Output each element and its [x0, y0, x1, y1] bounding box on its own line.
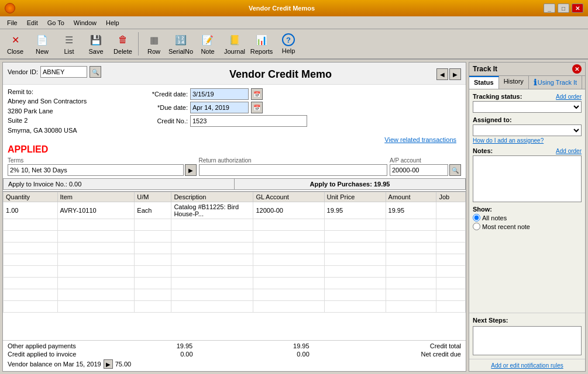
- menu-bar: File Edit Go To Window Help: [0, 16, 588, 29]
- trackit-header: Track It ✕: [469, 63, 585, 76]
- remit-address: Abney and Son Contractors 3280 Park Lane…: [8, 96, 136, 135]
- terms-input[interactable]: [8, 164, 184, 176]
- show-most-recent-radio[interactable]: [473, 223, 480, 230]
- return-auth-input[interactable]: [199, 164, 388, 176]
- tab-history[interactable]: History: [499, 76, 529, 89]
- menu-file[interactable]: File: [2, 18, 22, 27]
- remit-to-label: Remit to:: [8, 88, 136, 95]
- vendor-header: Vendor ID: 🔍 Vendor Credit Memo ◀ ▶: [3, 63, 466, 85]
- table-row[interactable]: 1.00 AVRY-10110 Each Catalog #B11225: Bi…: [4, 202, 466, 219]
- menu-goto[interactable]: Go To: [43, 18, 69, 27]
- ap-account-input[interactable]: [390, 164, 448, 176]
- cell-description: Catalog #B11225: Bird House-P...: [171, 202, 253, 219]
- window-controls: _ □ ✕: [544, 4, 583, 13]
- table-row-empty[interactable]: [4, 289, 466, 301]
- new-button[interactable]: 📄 New: [29, 30, 55, 57]
- menu-help[interactable]: Help: [101, 18, 124, 27]
- return-auth-header: Return authorization: [199, 157, 388, 164]
- nav-buttons: ◀ ▶: [436, 66, 461, 80]
- memo-title: Vendor Credit Memo: [129, 66, 432, 81]
- notes-row: Notes: Add order: [473, 147, 582, 202]
- net-credit-value: 0.00: [274, 351, 310, 358]
- help-button[interactable]: ? Help: [276, 30, 301, 57]
- close-button[interactable]: ✕ Close: [2, 30, 28, 57]
- title-bar: Vendor Credit Memos _ □ ✕: [0, 0, 588, 16]
- menu-edit[interactable]: Edit: [22, 18, 43, 27]
- return-auth-section: Return authorization: [199, 157, 388, 176]
- add-note-link[interactable]: Add order: [556, 148, 582, 154]
- trackit-panel: Track It ✕ Status History ℹ Using Track …: [469, 62, 586, 372]
- close-trackit-button[interactable]: ✕: [572, 64, 582, 74]
- table-row-empty[interactable]: [4, 278, 466, 289]
- assigned-to-label: Assigned to:: [473, 116, 512, 123]
- col-quantity: Quantity: [4, 192, 58, 202]
- assigned-to-select[interactable]: [473, 124, 582, 136]
- credit-no-input[interactable]: [190, 115, 307, 127]
- terms-input-row: ▶: [8, 164, 197, 176]
- vendor-balance-row: Vendor balance on Mar 15, 2019 ▶ 75.00: [8, 358, 461, 370]
- due-date-calendar-button[interactable]: 📅: [251, 102, 263, 113]
- due-date-input[interactable]: [190, 102, 249, 113]
- table-row-empty[interactable]: [4, 219, 466, 231]
- col-description: Description: [171, 192, 253, 202]
- credit-date-input[interactable]: [190, 88, 249, 100]
- minimize-button[interactable]: _: [544, 4, 555, 13]
- show-row: Show: All notes Most recent note: [473, 206, 582, 230]
- table-row-empty[interactable]: [4, 231, 466, 243]
- note-button[interactable]: 📝 Note: [195, 30, 221, 57]
- due-date-label: *Due date:: [141, 104, 188, 111]
- notes-label: Notes:: [473, 147, 493, 154]
- notes-textarea[interactable]: [473, 155, 582, 202]
- next-steps-textarea[interactable]: [473, 326, 582, 355]
- save-button[interactable]: 💾 Save: [83, 30, 109, 57]
- due-date-row: *Due date: 📅: [141, 102, 461, 113]
- terms-section: Terms ▶: [8, 157, 197, 176]
- cell-gl-account: 12000-00: [253, 202, 324, 219]
- delete-button[interactable]: 🗑 Delete: [110, 30, 136, 57]
- cell-job: [436, 202, 466, 219]
- journal-button[interactable]: 📒 Journal: [222, 30, 247, 57]
- show-label: Show:: [473, 206, 582, 213]
- close-window-button[interactable]: ✕: [572, 4, 583, 13]
- table-row-empty[interactable]: [4, 243, 466, 254]
- menu-window[interactable]: Window: [69, 18, 101, 27]
- view-related-link[interactable]: View related transactions: [384, 136, 456, 143]
- note-icon: 📝: [201, 33, 215, 47]
- next-record-button[interactable]: ▶: [449, 68, 461, 80]
- window-title: Vendor Credit Memos: [20, 5, 544, 12]
- add-notification-link[interactable]: Add or edit notification rules: [491, 362, 563, 369]
- terms-lookup-button[interactable]: ▶: [185, 164, 197, 176]
- applied-status: APPLIED: [8, 144, 461, 155]
- reports-button[interactable]: 📊 Reports: [249, 30, 274, 57]
- credit-date-label: *Credit date:: [141, 91, 188, 98]
- tracking-status-row: Tracking status: Add order: [473, 93, 582, 113]
- show-all-notes-radio[interactable]: [473, 214, 480, 221]
- credit-applied-label: Credit applied to invoice: [8, 351, 76, 358]
- apply-invoice-label: Apply to Invoice No.: 0.00: [4, 179, 235, 189]
- add-assignee-link[interactable]: How do I add an assignee?: [473, 137, 582, 144]
- list-button[interactable]: ☰ List: [56, 30, 82, 57]
- vendor-id-lookup-button[interactable]: 🔍: [90, 66, 101, 78]
- serialno-button[interactable]: 🔢 SerialNo: [168, 30, 194, 57]
- app-icon: [5, 3, 15, 13]
- footer-section: Other applied payments 19.95 19.95 Credi…: [3, 340, 466, 371]
- vendor-balance-value: 75.00: [115, 361, 132, 368]
- apply-purchases-label: Apply to Purchases: 19.95: [235, 179, 465, 189]
- credit-date-calendar-button[interactable]: 📅: [251, 88, 263, 100]
- view-related-row: View related transactions: [8, 136, 461, 143]
- restore-button[interactable]: □: [558, 4, 569, 13]
- add-order-link[interactable]: Add order: [556, 94, 582, 100]
- tracking-status-select[interactable]: [473, 101, 582, 113]
- row-button[interactable]: ▦ Row: [141, 30, 167, 57]
- vendor-id-input[interactable]: [40, 66, 87, 78]
- tab-status[interactable]: Status: [469, 76, 499, 89]
- balance-nav-button[interactable]: ▶: [104, 359, 113, 369]
- table-row-empty[interactable]: [4, 254, 466, 266]
- table-row-empty[interactable]: [4, 266, 466, 278]
- tab-using-trackit[interactable]: ℹ Using Track It: [529, 76, 582, 89]
- vendor-balance-label: Vendor balance on Mar 15, 2019: [8, 361, 101, 368]
- table-row-empty[interactable]: [4, 301, 466, 313]
- prev-record-button[interactable]: ◀: [436, 68, 448, 80]
- ap-account-lookup-button[interactable]: 🔍: [449, 164, 461, 176]
- col-amount: Amount: [386, 192, 436, 202]
